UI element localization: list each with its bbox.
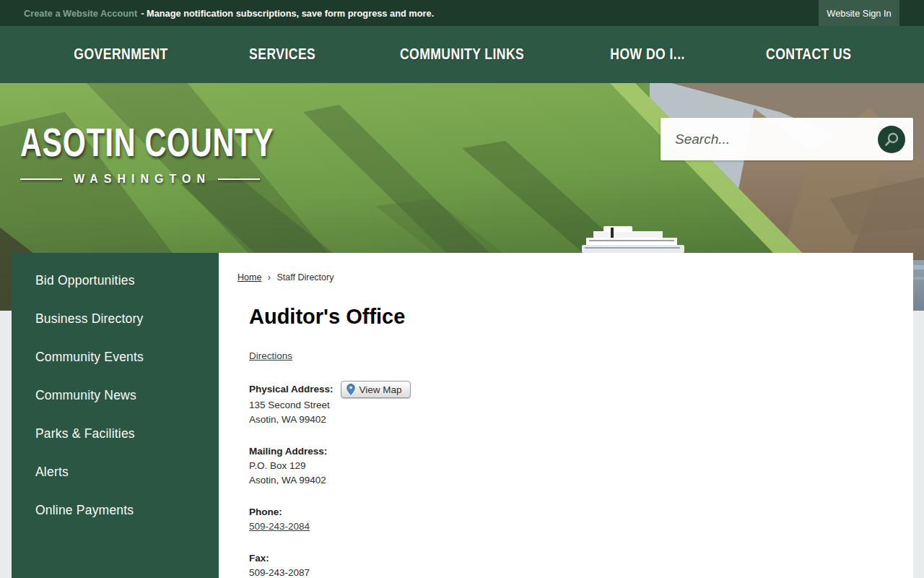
site-search <box>661 118 913 160</box>
contact-card: Directions Physical Address: View Map 13… <box>249 349 892 578</box>
account-note-text: - Manage notification subscriptions, sav… <box>141 8 434 19</box>
fax-group: Fax: 509-243-2087 <box>249 551 892 578</box>
mailing-address-group: Mailing Address: P.O. Box 129 Asotin, WA… <box>249 444 892 488</box>
phone-link[interactable]: 509-243-2084 <box>249 521 310 532</box>
directions-link[interactable]: Directions <box>249 350 292 361</box>
map-pin-icon <box>346 384 355 395</box>
sidebar-item-business-directory[interactable]: Business Directory <box>12 300 219 338</box>
breadcrumb-current: Staff Directory <box>276 272 334 282</box>
nav-item-government[interactable]: GOVERNMENT <box>74 46 167 64</box>
website-sign-in-button[interactable]: Website Sign In <box>819 0 899 26</box>
nav-item-services[interactable]: SERVICES <box>249 46 315 64</box>
breadcrumb-separator: › <box>268 272 271 282</box>
left-sidebar: Bid Opportunities Business Directory Com… <box>12 253 219 578</box>
subtitle-rule-left <box>20 178 62 180</box>
search-button[interactable] <box>878 126 905 153</box>
sidebar-item-bid-opportunities[interactable]: Bid Opportunities <box>12 262 219 300</box>
sidebar-item-community-news[interactable]: Community News <box>12 376 219 415</box>
physical-address-line1: 135 Second Street <box>249 398 892 413</box>
phone-label: Phone: <box>249 505 892 519</box>
mailing-address-line2: Asotin, WA 99402 <box>249 473 892 488</box>
sidebar-item-parks-facilities[interactable]: Parks & Facilities <box>12 415 219 453</box>
sidebar-item-online-payments[interactable]: Online Payments <box>12 491 219 530</box>
phone-group: Phone: 509-243-2084 <box>249 505 892 534</box>
main-nav: GOVERNMENT SERVICES COMMUNITY LINKS HOW … <box>0 26 924 83</box>
sidebar-item-community-events[interactable]: Community Events <box>12 338 219 376</box>
fax-value: 509-243-2087 <box>249 566 892 578</box>
breadcrumb-home-link[interactable]: Home <box>237 272 261 282</box>
nav-item-how-do-i[interactable]: HOW DO I... <box>610 46 684 64</box>
nav-item-contact-us[interactable]: CONTACT US <box>766 46 851 64</box>
sidebar-item-alerts[interactable]: Alerts <box>12 453 219 491</box>
mailing-address-line1: P.O. Box 129 <box>249 459 892 473</box>
physical-address-line2: Asotin, WA 99402 <box>249 413 892 427</box>
site-logo[interactable]: ASOTIN COUNTY WASHINGTON <box>20 119 263 186</box>
subtitle-rule-right <box>218 178 260 180</box>
view-map-button[interactable]: View Map <box>341 381 411 398</box>
content-area: Bid Opportunities Business Directory Com… <box>12 253 913 578</box>
fax-label: Fax: <box>249 551 892 566</box>
search-icon <box>884 131 899 147</box>
mailing-address-label: Mailing Address: <box>249 444 892 459</box>
physical-address-label: Physical Address: <box>249 382 334 397</box>
site-subtitle: WASHINGTON <box>20 173 260 186</box>
nav-item-community-links[interactable]: COMMUNITY LINKS <box>400 46 524 64</box>
utility-bar: Create a Website Account - Manage notifi… <box>0 0 924 26</box>
page-title: Auditor's Office <box>249 305 892 329</box>
site-name: ASOTIN COUNTY <box>20 119 202 165</box>
breadcrumb: Home › Staff Directory <box>237 272 892 282</box>
create-account-link[interactable]: Create a Website Account <box>24 8 137 19</box>
main-panel: Home › Staff Directory Auditor's Office … <box>219 253 913 578</box>
physical-address-group: Physical Address: View Map 135 Second St… <box>249 381 892 427</box>
search-input[interactable] <box>675 131 878 147</box>
